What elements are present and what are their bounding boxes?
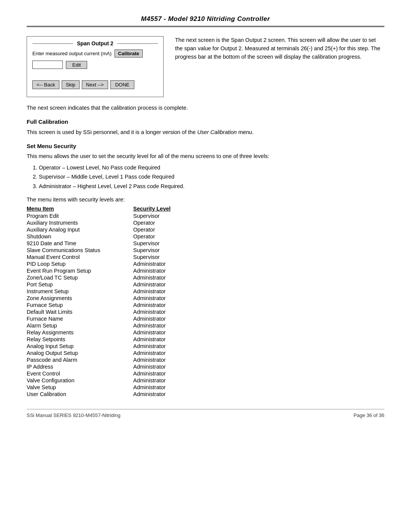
done-button[interactable]: DONE: [110, 80, 135, 89]
table-row: Analog Input SetupAdministrator: [27, 343, 384, 350]
table-row: Alarm SetupAdministrator: [27, 322, 384, 329]
menu-item-name: IP Address: [27, 363, 133, 370]
back-button[interactable]: <-- Back: [32, 80, 59, 89]
column-security-level: Security Level: [133, 205, 384, 212]
table-row: Slave Communications StatusSupervisor: [27, 247, 384, 254]
table-row: IP AddressAdministrator: [27, 363, 384, 370]
full-calibration-body: This screen is used by SSi personnel, an…: [27, 128, 384, 137]
table-row: Default Wait LimitsAdministrator: [27, 308, 384, 315]
full-calibration-title: Full Calibration: [27, 118, 384, 125]
skip-button[interactable]: Skip: [62, 80, 80, 89]
menu-item-name: Zone/Load TC Setup: [27, 274, 133, 281]
top-section: Span Output 2 Enter measured output curr…: [27, 36, 384, 97]
menu-item-level: Administrator: [133, 377, 384, 384]
table-row: Furnace SetupAdministrator: [27, 302, 384, 308]
menu-item-name: Event Control: [27, 370, 133, 377]
menu-item-level: Administrator: [133, 391, 384, 398]
menu-item-name: Relay Assignments: [27, 329, 133, 336]
menu-item-name: Furnace Name: [27, 315, 133, 322]
menu-item-level: Administrator: [133, 260, 384, 267]
menu-item-level: Administrator: [133, 329, 384, 336]
page-title: M4557 - Model 9210 Nitriding Controller: [141, 15, 270, 22]
menu-item-level: Administrator: [133, 370, 384, 377]
menu-item-level: Administrator: [133, 295, 384, 302]
menu-item-level: Administrator: [133, 302, 384, 308]
page-header: M4557 - Model 9210 Nitriding Controller: [27, 15, 384, 27]
menu-item-name: PID Loop Setup: [27, 260, 133, 267]
next-button[interactable]: Next -->: [82, 80, 108, 89]
table-row: Manual Event ControlSupervisor: [27, 254, 384, 260]
security-intro: This menu allows the user to set the sec…: [27, 152, 384, 161]
menu-item-name: Valve Configuration: [27, 377, 133, 384]
menu-item-name: Port Setup: [27, 281, 133, 288]
set-menu-security-title: Set Menu Security: [27, 143, 384, 149]
menu-item-name: Passcode and Alarm: [27, 356, 133, 363]
security-level-2: Supervisor – Middle Level, Level 1 Pass …: [39, 172, 384, 182]
menu-item-level: Operator: [133, 219, 384, 226]
menu-items-intro: The menu items with security levels are:: [27, 197, 384, 203]
table-row: Valve ConfigurationAdministrator: [27, 377, 384, 384]
span-output-box: Span Output 2 Enter measured output curr…: [27, 36, 164, 97]
menu-item-name: Instrument Setup: [27, 288, 133, 295]
table-row: Event ControlAdministrator: [27, 370, 384, 377]
menu-item-level: Supervisor: [133, 240, 384, 247]
table-row: ShutdownOperator: [27, 233, 384, 240]
table-row: Relay AssignmentsAdministrator: [27, 329, 384, 336]
security-level-1: Operator – Lowest Level, No Pass code Re…: [39, 163, 384, 173]
title-line-left: [32, 43, 73, 44]
menu-security-table: Menu Item Security Level Program EditSup…: [27, 205, 384, 398]
span-output-title: Span Output 2: [73, 40, 117, 46]
security-level-3: Administrator – Highest Level, Level 2 P…: [39, 182, 384, 191]
menu-item-level: Supervisor: [133, 254, 384, 260]
calibrate-label: Enter measured output current (mA): [32, 51, 112, 56]
menu-item-name: Auxiliary Instruments: [27, 219, 133, 226]
menu-item-name: Shutdown: [27, 233, 133, 240]
calibrate-button[interactable]: Calibrate: [115, 50, 143, 58]
table-row: Auxiliary InstrumentsOperator: [27, 219, 384, 226]
span-output-title-bar: Span Output 2: [32, 40, 158, 46]
security-levels-list: Operator – Lowest Level, No Pass code Re…: [39, 163, 384, 191]
menu-item-name: Slave Communications Status: [27, 247, 133, 254]
menu-item-name: Manual Event Control: [27, 254, 133, 260]
title-line-right: [117, 43, 158, 44]
table-row: Furnace NameAdministrator: [27, 315, 384, 322]
menu-item-name: Auxiliary Analog Input: [27, 226, 133, 233]
menu-item-name: Zone Assignments: [27, 295, 133, 302]
span-output-description: The next screen is the Span Output 2 scr…: [175, 36, 384, 61]
table-row: Event Run Program SetupAdministrator: [27, 267, 384, 274]
menu-item-name: Valve Setup: [27, 384, 133, 391]
nav-row: <-- Back Skip Next --> DONE: [32, 80, 158, 89]
table-row: Analog Output SetupAdministrator: [27, 350, 384, 356]
menu-item-level: Administrator: [133, 336, 384, 343]
menu-item-name: Analog Output Setup: [27, 350, 133, 356]
edit-button[interactable]: Edit: [66, 61, 87, 69]
measured-input[interactable]: [32, 61, 63, 69]
table-row: Instrument SetupAdministrator: [27, 288, 384, 295]
menu-item-name: User Calibration: [27, 391, 133, 398]
menu-item-name: Alarm Setup: [27, 322, 133, 329]
menu-item-name: Furnace Setup: [27, 302, 133, 308]
table-row: Auxiliary Analog InputOperator: [27, 226, 384, 233]
menu-item-name: 9210 Date and Time: [27, 240, 133, 247]
menu-item-level: Administrator: [133, 356, 384, 363]
menu-item-level: Administrator: [133, 350, 384, 356]
menu-item-level: Administrator: [133, 281, 384, 288]
menu-item-name: Program Edit: [27, 212, 133, 219]
menu-item-level: Operator: [133, 226, 384, 233]
table-row: Port SetupAdministrator: [27, 281, 384, 288]
menu-item-name: Analog Input Setup: [27, 343, 133, 350]
menu-item-level: Administrator: [133, 363, 384, 370]
calibrate-row: Enter measured output current (mA) Calib…: [32, 50, 158, 58]
menu-item-level: Operator: [133, 233, 384, 240]
table-row: Relay SetpointsAdministrator: [27, 336, 384, 343]
footer-left: SSi Manual SERIES 9210-M4557-Nitriding: [27, 412, 120, 418]
menu-item-level: Administrator: [133, 308, 384, 315]
page-footer: SSi Manual SERIES 9210-M4557-Nitriding P…: [27, 409, 384, 418]
menu-item-level: Administrator: [133, 267, 384, 274]
menu-item-level: Administrator: [133, 288, 384, 295]
table-row: 9210 Date and TimeSupervisor: [27, 240, 384, 247]
table-row: Passcode and AlarmAdministrator: [27, 356, 384, 363]
menu-item-level: Administrator: [133, 315, 384, 322]
menu-item-name: Default Wait Limits: [27, 308, 133, 315]
table-row: Zone/Load TC SetupAdministrator: [27, 274, 384, 281]
